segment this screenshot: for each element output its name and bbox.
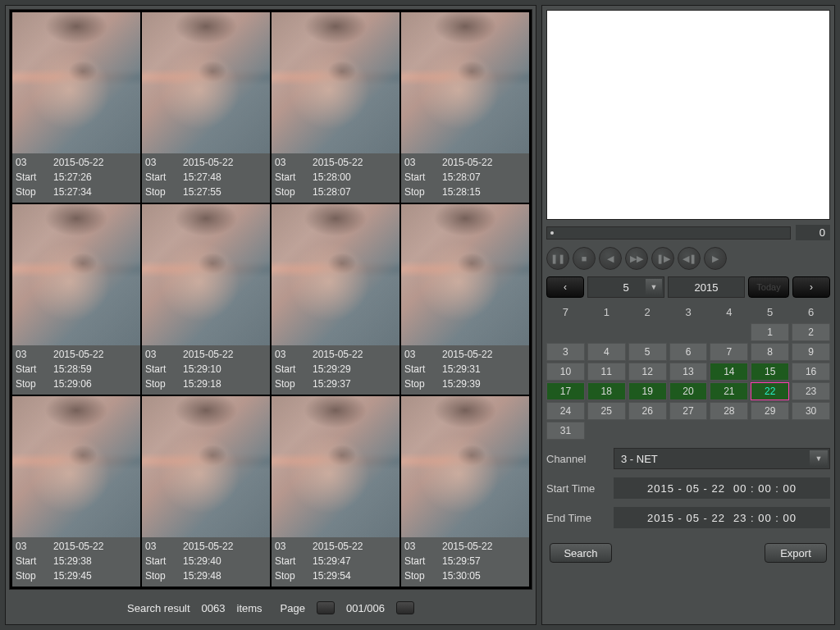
calendar-day[interactable]: 29 (751, 402, 789, 420)
calendar-day[interactable]: 6 (669, 343, 708, 361)
thumbnail-image (401, 12, 529, 153)
calendar-day[interactable]: 9 (792, 343, 830, 361)
weekday-header: 3 (669, 303, 708, 322)
calendar-day[interactable]: 26 (628, 402, 667, 420)
date-value: 2015-05-22 (442, 347, 492, 362)
stop-value: 15:27:55 (183, 185, 221, 199)
end-time-row: End Time 2015 - 05 - 22 23 : 00 : 00 (546, 504, 830, 528)
calendar-day[interactable]: 31 (546, 422, 585, 440)
stop-label: Stop (404, 185, 442, 199)
thumbnail-grid: 032015-05-22 Start15:27:26 Stop15:27:34 … (9, 9, 532, 590)
calendar-day[interactable]: 18 (587, 382, 626, 400)
pause-button[interactable]: ❚❚ (546, 247, 569, 270)
channel-value: 03 (16, 347, 53, 362)
thumbnail-item[interactable]: 032015-05-22 Start15:28:59 Stop15:29:06 (12, 204, 140, 395)
calendar-day[interactable]: 20 (669, 382, 708, 400)
calendar-day[interactable]: 21 (710, 382, 748, 400)
date-value: 2015-05-22 (53, 347, 103, 362)
stop-value: 15:30:05 (442, 568, 481, 583)
calendar-day[interactable]: 4 (587, 343, 626, 361)
calendar-day[interactable]: 25 (587, 402, 626, 420)
calendar-day[interactable]: 1 (751, 323, 789, 341)
calendar-day[interactable]: 27 (669, 402, 708, 420)
calendar-day[interactable]: 16 (792, 363, 830, 381)
month-prev-button[interactable]: ‹ (546, 276, 584, 298)
month-next-button[interactable]: › (792, 276, 830, 298)
channel-value: 03 (275, 155, 313, 170)
thumbnail-image (272, 12, 399, 153)
rewind-button[interactable]: ◀ (599, 247, 622, 270)
step-forward-button[interactable]: ❚▶ (651, 247, 674, 270)
stop-label: Stop (16, 185, 53, 199)
chevron-down-icon: ▼ (810, 450, 828, 467)
calendar-day[interactable]: 7 (710, 343, 748, 361)
today-button[interactable]: Today (748, 276, 789, 298)
step-back-button[interactable]: ◀❚ (678, 247, 701, 270)
playback-slider[interactable] (546, 226, 791, 240)
calendar-day[interactable]: 19 (628, 382, 667, 400)
calendar-day[interactable]: 11 (587, 363, 626, 381)
start-label: Start (16, 362, 53, 377)
date-value: 2015-05-22 (313, 539, 363, 554)
date-value: 2015-05-22 (313, 155, 363, 170)
page-prev-button[interactable] (317, 601, 335, 614)
calendar-day (669, 323, 708, 341)
year-select[interactable]: 2015 (668, 276, 745, 298)
thumbnail-item[interactable]: 032015-05-22 Start15:29:29 Stop15:29:37 (272, 204, 399, 395)
calendar-day (546, 323, 585, 341)
page-value: 001/006 (346, 602, 385, 614)
calendar-day[interactable]: 10 (546, 363, 585, 381)
calendar-day (587, 323, 626, 341)
calendar-day[interactable]: 23 (792, 382, 830, 400)
playback-position: 0 (796, 225, 830, 240)
calendar-day[interactable]: 12 (628, 363, 667, 381)
thumbnail-item[interactable]: 032015-05-22 Start15:27:26 Stop15:27:34 (12, 12, 140, 203)
stop-label: Stop (404, 377, 442, 391)
calendar-day[interactable]: 24 (546, 402, 585, 420)
start-time-input[interactable]: 2015 - 05 - 22 00 : 00 : 00 (614, 477, 830, 499)
search-button[interactable]: Search (550, 543, 612, 563)
thumbnail-item[interactable]: 032015-05-22 Start15:28:00 Stop15:28:07 (272, 12, 399, 203)
calendar-day[interactable]: 28 (710, 402, 748, 420)
thumbnail-image (401, 204, 529, 345)
thumbnail-item[interactable]: 032015-05-22 Start15:29:38 Stop15:29:45 (12, 396, 140, 587)
calendar-day[interactable]: 17 (546, 382, 585, 400)
thumbnail-item[interactable]: 032015-05-22 Start15:29:40 Stop15:29:48 (142, 396, 270, 587)
thumbnail-item[interactable]: 032015-05-22 Start15:29:31 Stop15:29:39 (401, 204, 529, 395)
thumbnail-item[interactable]: 032015-05-22 Start15:28:07 Stop15:28:15 (401, 12, 529, 203)
stop-label: Stop (275, 568, 313, 583)
control-pane: 0 ❚❚■◀▶▶❚▶◀❚▶ ‹ 5 ▼ 2015 Today › 7123456… (541, 5, 835, 625)
month-select[interactable]: 5 ▼ (587, 276, 664, 298)
thumbnail-meta: 032015-05-22 Start15:29:31 Stop15:29:39 (401, 345, 529, 395)
play-button[interactable]: ▶ (704, 247, 727, 270)
page-next-button[interactable] (396, 601, 414, 614)
fast-forward-button[interactable]: ▶▶ (625, 247, 648, 270)
calendar-day[interactable]: 8 (751, 343, 789, 361)
calendar-day[interactable]: 5 (628, 343, 667, 361)
stop-button[interactable]: ■ (573, 247, 596, 270)
thumbnail-item[interactable]: 032015-05-22 Start15:29:10 Stop15:29:18 (142, 204, 270, 395)
calendar-day[interactable]: 2 (792, 323, 830, 341)
weekday-header: 7 (546, 303, 585, 322)
thumbnail-item[interactable]: 032015-05-22 Start15:29:47 Stop15:29:54 (272, 396, 399, 587)
channel-value: 03 (275, 347, 313, 362)
calendar-day[interactable]: 30 (792, 402, 830, 420)
channel-select[interactable]: 3 - NET ▼ (614, 448, 830, 469)
thumbnail-item[interactable]: 032015-05-22 Start15:29:57 Stop15:30:05 (401, 396, 529, 587)
chevron-down-icon: ▼ (646, 279, 662, 295)
calendar-day[interactable]: 3 (546, 343, 585, 361)
date-value: 2015-05-22 (183, 155, 233, 170)
thumbnail-meta: 032015-05-22 Start15:29:47 Stop15:29:54 (272, 537, 399, 587)
calendar-day[interactable]: 22 (751, 382, 789, 400)
calendar-day[interactable]: 14 (710, 363, 748, 381)
stop-label: Stop (404, 568, 442, 583)
end-time-input[interactable]: 2015 - 05 - 22 23 : 00 : 00 (614, 507, 830, 528)
calendar-day[interactable]: 13 (669, 363, 708, 381)
calendar-day[interactable]: 15 (751, 363, 789, 381)
thumbnail-image (272, 396, 399, 537)
stop-label: Stop (275, 185, 313, 199)
calendar-day (587, 422, 626, 440)
thumbnail-image (142, 204, 270, 345)
thumbnail-item[interactable]: 032015-05-22 Start15:27:48 Stop15:27:55 (142, 12, 270, 203)
export-button[interactable]: Export (765, 543, 827, 563)
